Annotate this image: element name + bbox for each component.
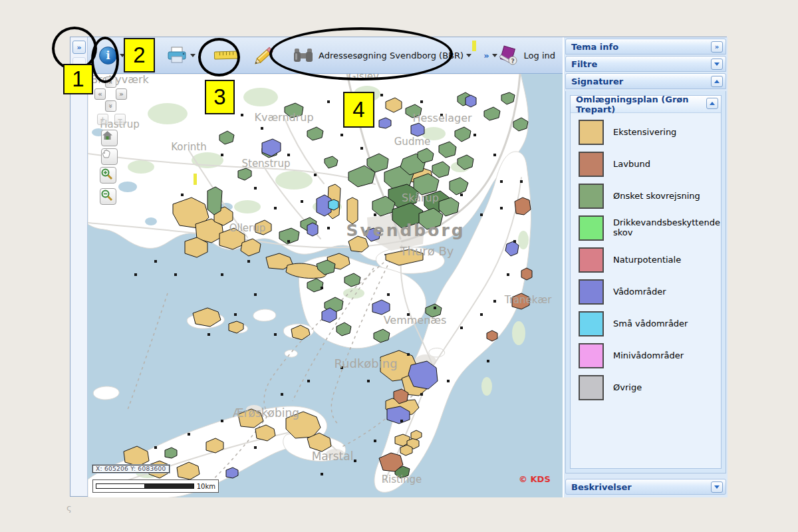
- panel-title: Beskrivelser: [571, 482, 632, 492]
- login-book-icon: ?: [497, 45, 519, 65]
- home-icon: [102, 130, 113, 140]
- legend-item: Øvrige: [579, 375, 721, 400]
- legend-swatch: [579, 375, 604, 400]
- scale-bar-segment: [96, 483, 145, 489]
- address-search-dropdown-arrow[interactable]: [466, 54, 471, 57]
- beskrivelser-collapse-button[interactable]: [711, 481, 723, 493]
- legend-label: Lavbund: [613, 160, 650, 170]
- highlight-tick: [194, 174, 197, 185]
- chevron-up-icon: [710, 102, 715, 105]
- legend-label: Øvrige: [613, 383, 642, 393]
- highlight-tick: [472, 41, 476, 51]
- legend-swatch: [579, 215, 604, 241]
- divider: [70, 74, 87, 75]
- map-canvas[interactable]: .land{fill:#ffffff;stroke:#d9d7d3;stroke…: [88, 74, 563, 497]
- legend-item: Drikkevandsbeskyttende skov: [579, 215, 721, 241]
- legend-item: Små vådområder: [579, 311, 721, 336]
- pan-right-button[interactable]: »: [116, 88, 127, 100]
- legend-label: Ekstensivering: [613, 128, 676, 138]
- signature-group-title: Omlægningsplan (Grøn Trepart): [576, 94, 721, 114]
- pan-down-button[interactable]: »: [105, 100, 116, 112]
- login-label: Log ind: [524, 51, 555, 61]
- binoculars-icon: [293, 47, 313, 63]
- legend-swatch: [579, 279, 604, 305]
- chevron-down-icon: [714, 63, 720, 66]
- info-icon[interactable]: i: [99, 47, 117, 65]
- pan-left-button[interactable]: «: [94, 88, 106, 100]
- legend-item: Vådområder: [579, 279, 721, 305]
- panel-header-filtre[interactable]: Filtre: [565, 56, 726, 72]
- expand-left-panel-button[interactable]: »: [72, 41, 86, 54]
- legend-item: Naturpotentiale: [579, 247, 721, 273]
- address-search-label: Adressesøgning Svendborg (BBR): [319, 51, 464, 61]
- scale-bar-segment: [145, 483, 194, 489]
- legend-item: Minivådområder: [579, 343, 721, 368]
- collapsed-left-panel: »: [70, 37, 88, 496]
- panel-header-beskrivelser[interactable]: Beskrivelser: [565, 479, 726, 495]
- panel-header-tema-info[interactable]: Tema info »: [565, 39, 726, 55]
- svg-text:?: ?: [511, 58, 514, 65]
- zoom-minus-button[interactable]: −: [114, 114, 126, 125]
- zoom-in-tool-button[interactable]: [100, 167, 116, 184]
- signature-group: Omlægningsplan (Grøn Trepart) Ekstensive…: [570, 95, 722, 469]
- scale-bar: 10km: [92, 479, 219, 493]
- zoom-out-tool-button[interactable]: [100, 188, 116, 205]
- signaturer-collapse-button[interactable]: [711, 76, 723, 87]
- info-tool-button[interactable]: i: [88, 47, 125, 65]
- zoom-out-icon: [100, 189, 113, 201]
- map-graphics: .land{fill:#ffffff;stroke:#d9d7d3;stroke…: [88, 74, 563, 497]
- legend-label: Naturpotentiale: [613, 255, 681, 265]
- legend-item: Ønsket skovrejsning: [579, 184, 721, 209]
- hand-icon: [102, 149, 111, 158]
- legend-swatch: [579, 120, 604, 145]
- info-dropdown-arrow[interactable]: [120, 54, 125, 57]
- legend-label: Vådområder: [613, 287, 666, 297]
- address-search-button[interactable]: Adressesøgning Svendborg (BBR): [293, 47, 471, 63]
- map-application-window: » i: [70, 37, 727, 497]
- legend-swatch: [579, 247, 604, 273]
- zoom-plus-button[interactable]: +: [97, 114, 108, 125]
- home-extent-button[interactable]: [101, 130, 118, 146]
- ruler-icon: [214, 51, 239, 59]
- legend-swatch: [579, 152, 604, 177]
- measure-tool-button[interactable]: [214, 51, 239, 59]
- coordinate-readout: X: 605206 Y: 6083600: [92, 465, 170, 473]
- signature-group-header[interactable]: Omlægningsplan (Grøn Trepart): [571, 96, 721, 113]
- left-panel-secondary-button[interactable]: [72, 57, 86, 69]
- signatures-panel-body: Omlægningsplan (Grøn Trepart) Ekstensive…: [565, 91, 726, 473]
- panel-title: Tema info: [571, 42, 618, 52]
- legend-swatch: [579, 184, 604, 209]
- more-tools-icon: »: [483, 51, 489, 61]
- legend-label: Minivådområder: [613, 351, 684, 361]
- signature-group-collapse-button[interactable]: [706, 98, 718, 109]
- legend-item: Ekstensivering: [579, 120, 721, 145]
- main-toolbar: i: [88, 37, 563, 74]
- draw-tool-button[interactable]: [253, 45, 276, 65]
- chevron-up-icon: [714, 80, 720, 83]
- panel-title: Filtre: [571, 59, 597, 69]
- pan-up-button[interactable]: «: [105, 76, 116, 88]
- zoom-in-icon: [100, 168, 113, 180]
- panel-title: Signaturer: [571, 76, 623, 86]
- tema-info-expand-button[interactable]: »: [711, 41, 723, 53]
- print-dropdown-arrow[interactable]: [190, 54, 196, 57]
- legend-swatch: [579, 343, 604, 368]
- scale-label: 10km: [197, 483, 215, 490]
- print-tool-button[interactable]: [166, 47, 196, 64]
- legend-list: EkstensiveringLavbundØnsket skovrejsning…: [571, 113, 721, 400]
- stray-mark: ς: [66, 503, 72, 513]
- login-button[interactable]: ? Log ind: [497, 45, 555, 65]
- pan-tool-button[interactable]: [101, 148, 118, 165]
- legend-swatch: [579, 311, 604, 336]
- right-sidebar: Tema info » Filtre Signaturer Omlægnings…: [563, 37, 728, 497]
- more-tools-dropdown-arrow[interactable]: [492, 54, 497, 57]
- more-tools-button[interactable]: »: [483, 51, 497, 61]
- legend-label: Ønsket skovrejsning: [613, 192, 700, 201]
- map-attribution: © KDS: [519, 474, 551, 484]
- pencil-icon: [253, 45, 276, 65]
- panel-header-signaturer[interactable]: Signaturer: [565, 73, 726, 89]
- legend-label: Drikkevandsbeskyttende skov: [613, 218, 721, 238]
- filtre-collapse-button[interactable]: [711, 59, 723, 70]
- chevron-down-icon: [714, 485, 720, 489]
- legend-item: Lavbund: [579, 152, 721, 177]
